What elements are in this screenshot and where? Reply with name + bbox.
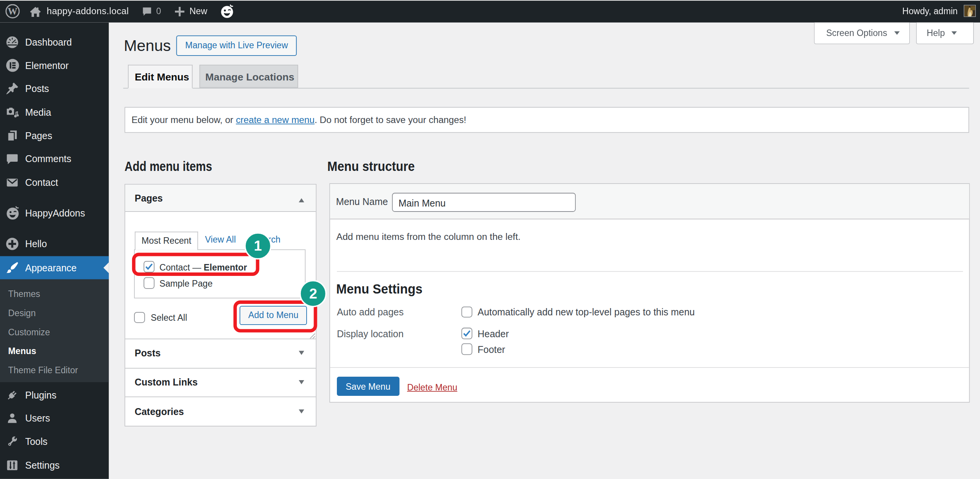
svg-text:W: W [8,6,17,16]
